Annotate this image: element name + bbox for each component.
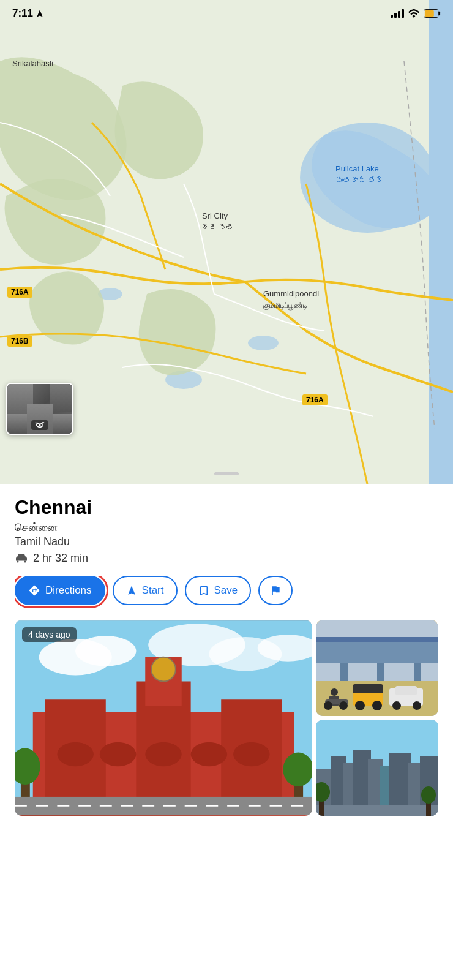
svg-point-26 (233, 742, 270, 767)
save-label: Save (214, 584, 238, 597)
status-icons (391, 9, 441, 18)
more-button[interactable] (258, 576, 293, 605)
directions-label: Directions (45, 584, 92, 597)
svg-rect-1 (425, 10, 434, 17)
photo-timestamp: 4 days ago (22, 627, 77, 642)
svg-point-23 (100, 742, 137, 767)
bookmark-icon (198, 585, 209, 596)
place-name-local: சென்னை (15, 521, 438, 534)
svg-point-68 (421, 786, 436, 804)
svg-point-47 (413, 701, 421, 710)
svg-rect-2 (438, 12, 440, 16)
road-badge-716a-1: 716A (7, 287, 32, 298)
svg-point-43 (372, 701, 382, 710)
place-info-sheet: Chennai சென்னை Tamil Nadu 2 hr 32 min Di… (0, 484, 453, 816)
360-icon (35, 421, 45, 429)
start-button[interactable]: Start (113, 576, 178, 605)
start-label: Start (142, 584, 164, 597)
svg-rect-5 (429, 0, 453, 484)
svg-point-9 (39, 424, 41, 426)
svg-point-22 (57, 742, 94, 767)
navigation-start-icon (126, 585, 137, 596)
svg-rect-41 (353, 684, 383, 693)
status-bar: 7:11 (0, 0, 453, 27)
photo-small-2[interactable] (316, 720, 438, 816)
svg-rect-64 (316, 805, 438, 816)
svg-point-46 (392, 701, 401, 710)
photos-small-stack (316, 620, 438, 816)
svg-point-52 (339, 701, 348, 710)
photo-small-1[interactable] (316, 620, 438, 716)
place-title: Chennai (15, 496, 438, 519)
photos-section: 4 days ago (15, 620, 438, 816)
flag-icon (269, 584, 282, 597)
action-buttons-row: Directions Start Save (15, 576, 438, 608)
svg-point-12 (75, 636, 136, 666)
status-time: 7:11 (12, 7, 44, 20)
road-badge-716a-2: 716A (302, 394, 328, 405)
svg-point-25 (191, 742, 228, 767)
travel-time-text: 2 hr 32 min (33, 552, 88, 565)
wifi-icon (408, 9, 420, 18)
photo-small-1-image (316, 620, 438, 716)
svg-point-21 (151, 657, 176, 682)
place-state: Tamil Nadu (15, 535, 438, 548)
svg-point-7 (248, 336, 279, 350)
map-view[interactable]: Srikalahasti Sri City శ్రీ సిటీ Gummidip… (0, 0, 453, 484)
navigation-icon (36, 9, 44, 18)
svg-point-48 (331, 688, 338, 696)
svg-rect-35 (316, 637, 438, 642)
car-icon (15, 554, 28, 564)
svg-point-42 (355, 701, 365, 710)
signal-icon (391, 9, 404, 18)
svg-point-30 (283, 753, 312, 787)
battery-icon (424, 9, 441, 18)
directions-icon (28, 584, 40, 597)
street-view-360-icon (31, 420, 48, 430)
svg-point-24 (145, 742, 182, 767)
save-button[interactable]: Save (185, 576, 252, 605)
directions-button[interactable]: Directions (15, 576, 105, 605)
road-badge-716b: 716B (7, 336, 32, 347)
photo-large[interactable]: 4 days ago (15, 620, 312, 816)
photo-large-image (15, 620, 312, 816)
time-display: 7:11 (12, 7, 33, 20)
photo-small-2-image (316, 720, 438, 816)
drag-handle[interactable] (214, 472, 239, 475)
street-view-thumbnail[interactable] (6, 383, 73, 435)
svg-point-51 (324, 701, 332, 710)
svg-rect-45 (395, 686, 417, 695)
travel-time-row: 2 hr 32 min (15, 552, 438, 565)
